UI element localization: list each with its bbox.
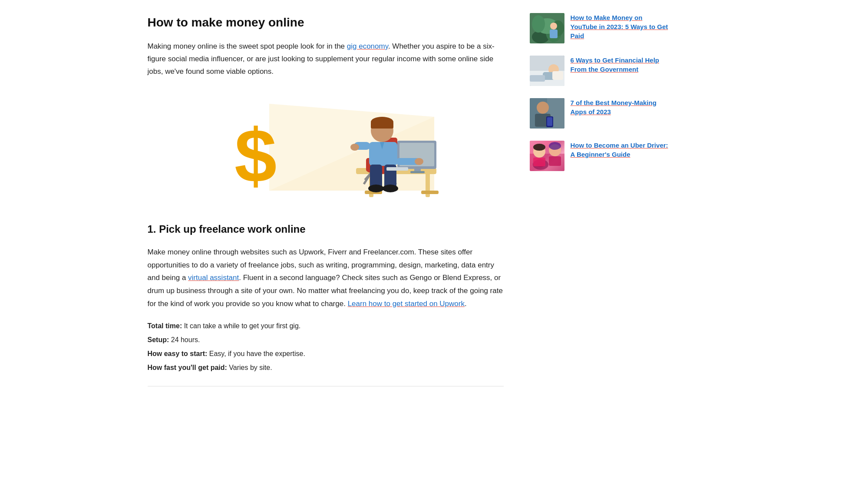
sidebar-link-apps[interactable]: 7 of the Best Money-Making Apps of 2023	[571, 98, 669, 116]
svg-rect-54	[547, 117, 552, 126]
svg-point-28	[415, 158, 423, 165]
how-easy-row: How easy to start: Easy, if you have the…	[148, 349, 504, 359]
svg-point-26	[350, 144, 359, 151]
cta-after-period: .	[465, 300, 467, 308]
sidebar-item-youtube: How to Make Money on YouTube in 2023: 5 …	[530, 13, 669, 43]
svg-point-31	[368, 185, 384, 192]
article-title: How to make money online	[148, 13, 504, 33]
meta-info: Total time: It can take a while to get y…	[148, 321, 504, 373]
svg-rect-41	[550, 30, 558, 38]
svg-point-51	[537, 102, 549, 114]
page-wrapper: How to make money online Making money on…	[130, 0, 738, 399]
svg-point-65	[549, 142, 561, 150]
main-content: How to make money online Making money on…	[148, 13, 504, 386]
intro-paragraph: Making money online is the sweet spot pe…	[148, 40, 504, 78]
svg-point-32	[383, 185, 398, 192]
setup-value: 24 hours.	[169, 336, 200, 343]
virtual-assistant-link[interactable]: virtual assistant	[188, 274, 239, 282]
sidebar-item-government: 6 Ways to Get Financial Help From the Go…	[530, 56, 669, 86]
how-fast-value: Varies by site.	[227, 364, 272, 371]
section-1-title: 1. Pick up freelance work online	[148, 221, 504, 237]
sidebar-link-uber[interactable]: How to Become an Uber Driver: A Beginner…	[571, 141, 669, 159]
sidebar-thumbnail-government	[530, 56, 564, 86]
setup-label: Setup:	[148, 336, 169, 343]
illustration-svg: $	[200, 91, 452, 204]
how-fast-label: How fast you'll get paid:	[148, 364, 227, 371]
svg-rect-46	[530, 75, 545, 82]
sidebar: How to Make Money on YouTube in 2023: 5 …	[530, 13, 669, 386]
intro-text-before: Making money online is the sweet spot pe…	[148, 42, 347, 50]
svg-rect-63	[549, 156, 561, 166]
section-1-body: Make money online through websites such …	[148, 246, 504, 310]
svg-rect-61	[533, 158, 545, 166]
total-time-value: It can take a while to get your first gi…	[182, 322, 300, 330]
how-easy-value: Easy, if you have the expertise.	[207, 350, 305, 357]
svg-rect-11	[410, 171, 425, 173]
how-easy-label: How easy to start:	[148, 350, 208, 357]
svg-rect-47	[552, 71, 563, 80]
total-time-row: Total time: It can take a while to get y…	[148, 321, 504, 331]
section-divider	[148, 386, 504, 386]
sidebar-thumbnail-uber	[530, 141, 564, 171]
svg-point-64	[533, 144, 545, 151]
svg-point-40	[550, 23, 557, 30]
sidebar-link-youtube[interactable]: How to Make Money on YouTube in 2023: 5 …	[571, 13, 669, 40]
gig-economy-link[interactable]: gig economy	[347, 42, 388, 50]
how-fast-row: How fast you'll get paid: Varies by site…	[148, 363, 504, 373]
setup-row: Setup: 24 hours.	[148, 335, 504, 345]
sidebar-thumbnail-youtube	[530, 13, 564, 43]
svg-rect-33	[386, 167, 408, 171]
svg-rect-6	[421, 191, 439, 194]
sidebar-item-uber: How to Become an Uber Driver: A Beginner…	[530, 141, 669, 171]
illustration-container: $	[148, 91, 504, 204]
sidebar-thumbnail-apps	[530, 98, 564, 129]
sidebar-item-apps: 7 of the Best Money-Making Apps of 2023	[530, 98, 669, 129]
upwork-cta-link[interactable]: Learn how to get started on Upwork	[348, 300, 465, 308]
total-time-label: Total time:	[148, 322, 182, 330]
svg-text:$: $	[234, 113, 277, 198]
svg-rect-22	[371, 122, 393, 129]
sidebar-link-government[interactable]: 6 Ways to Get Financial Help From the Go…	[571, 56, 669, 74]
svg-point-38	[532, 15, 545, 33]
